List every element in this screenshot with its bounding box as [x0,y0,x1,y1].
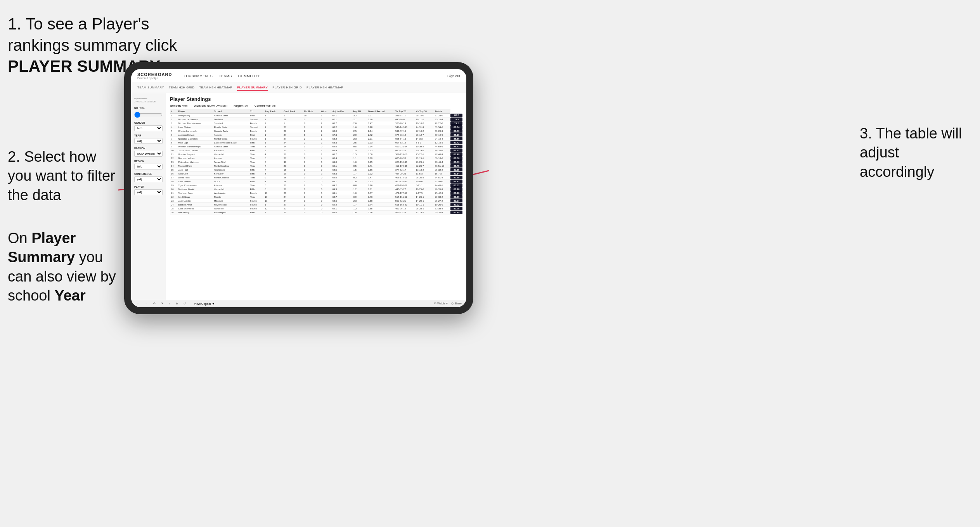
logo-scoreboard: SCOREBOARD [137,72,172,77]
table-row: 16Alex GoffKentuckyFifth8190368.3-1.71.9… [170,172,462,176]
table-cell-5-1: Jackson Koivun [177,133,213,137]
table-cell-8-2: Arizona State [213,145,249,149]
table-cell-25-5: 25 [282,211,303,214]
table-cell-3-3: Second [249,125,263,129]
watch-btn[interactable]: 👁 Watch ▼ [434,302,448,305]
table-cell-20-7: 0 [320,191,331,195]
table-cell-1-12: 19-11-1 [415,117,434,121]
table-cell-3-2: Florida State [213,125,249,129]
table-cell-17-9: -1.8 [351,180,367,183]
conference-select[interactable]: (All) [134,176,163,182]
division-select[interactable]: NCAA Division I [134,151,163,157]
table-cell-9-8: 68.4 [331,149,351,152]
share-btn[interactable]: ⬡ Share [451,302,462,305]
table-cell-13-7: 0 [320,164,331,168]
table-cell-21-4: 10 [264,195,283,199]
table-cell-20-3: Fourth [249,191,263,195]
table-cell-23-5: 27 [282,203,303,207]
table-cell-12-8: 69.0 [331,160,351,164]
filter-region: Region: All [234,104,248,107]
table-cell-17-7: 0 [320,180,331,183]
table-cell-20-8: 69.1 [331,191,351,195]
table-cell-3-6: 6 [303,125,320,129]
table-cell-22-12: 14-20-1 [415,199,434,203]
toolbar-add[interactable]: ⊕ [175,302,179,306]
table-cell-0-14: 88.2 [450,114,462,117]
table-cell-8-10: 1.14 [367,145,394,149]
table-cell-22-11: 509-82-21 [394,199,415,203]
table-cell-2-5: 1 [282,121,303,125]
table-cell-8-1: Preston Summerhays [177,145,213,149]
table-cell-1-5: 18 [282,117,303,121]
region-select[interactable]: N/A [134,164,163,169]
table-cell-16-0: 17 [170,176,177,180]
nav-committee[interactable]: COMMITTEE [238,74,261,78]
gender-select[interactable]: Men [134,125,163,131]
table-cell-13-13: 53-51-10 [434,164,450,168]
table-cell-1-3: Second [249,117,263,121]
nav-teams[interactable]: TEAMS [219,74,232,78]
toolbar-right: 👁 Watch ▼ ⬡ Share [434,302,462,305]
table-cell-24-2: Vanderbilt [213,207,249,211]
table-cell-15-14: 80.54 [450,172,462,176]
table-cell-22-2: Missouri [213,199,249,203]
toolbar-zoom-in[interactable]: + [168,302,171,306]
table-cell-4-10: 2.34 [367,129,394,133]
nav-right: Sign out [447,74,460,78]
table-cell-12-10: 1.15 [367,160,394,164]
table-cell-1-8: 67.1 [331,117,351,121]
player-select[interactable]: (All) [134,189,163,195]
year-select[interactable]: (All) [134,138,163,144]
table-cell-17-1: Luke Powell [177,180,213,183]
table-cell-21-3: Third [249,195,263,199]
sign-out[interactable]: Sign out [447,74,460,78]
toolbar-refresh[interactable]: ↺ [182,302,187,306]
sidebar-year: Year (All) [134,134,163,144]
table-cell-18-14: 83.81 [450,183,462,187]
table-cell-0-4: 1 [264,114,283,117]
toolbar-back[interactable]: ↶ [152,302,157,306]
table-cell-0-0: 1 [170,114,177,117]
sub-nav-player-h2h-grid[interactable]: PLAYER H2H GRID [272,85,302,91]
table-cell-13-11: 412-179-38 [394,164,415,168]
sub-nav-team-summary[interactable]: TEAM SUMMARY [137,85,164,91]
table-cell-9-10: 1.73 [367,149,394,152]
table-cell-7-9: -2.5 [351,141,367,145]
sub-nav-player-summary[interactable]: PLAYER SUMMARY [237,85,268,91]
table-cell-22-3: Fourth [249,199,263,203]
table-cell-1-4: 1 [264,117,283,121]
table-cell-2-4: 2 [264,121,283,125]
sub-nav-team-h2h-heatmap[interactable]: TEAM H2H HEATMAP [199,85,232,91]
toolbar-redo[interactable]: → [144,302,149,306]
toolbar-forward[interactable]: ↷ [160,302,164,306]
table-cell-9-14: 88.92 [450,149,462,152]
table-cell-19-11: 440-85-27 [394,187,415,191]
bottom-toolbar: ← → ↶ ↷ + ⊕ ↺ View: Original ▼ 👁 Watch ▼… [131,300,466,307]
toolbar-view[interactable]: View: Original ▼ [194,302,215,305]
table-cell-5-0: 6 [170,133,177,137]
sidebar-update: Update time: 27/03/2024 16:56:26 [134,97,163,104]
sub-nav-team-h2h-grid[interactable]: TEAM H2H GRID [169,85,195,91]
no-rds-slider[interactable] [134,112,163,118]
sidebar-gender: Gender Men [134,121,163,131]
table-cell-24-6: 0 [303,207,320,211]
sub-nav-player-h2h-heatmap[interactable]: PLAYER H2H HEATMAP [306,85,343,91]
table-cell-22-4: 11 [264,199,283,203]
table-cell-5-9: -2.0 [351,133,367,137]
nav-tournaments[interactable]: TOURNAMENTS [184,74,213,78]
table-cell-20-11: 473-177-57 [394,191,415,195]
table-cell-14-3: Fifth [249,168,263,172]
table-cell-18-2: Arizona [213,183,249,187]
table-cell-14-1: Jake Hall [177,168,213,172]
table-cell-25-6: 0 [303,211,320,214]
table-cell-5-4: 1 [264,133,283,137]
table-cell-17-4: 4 [264,180,283,183]
col-avg-sg: Avg SG [351,109,367,114]
table-cell-11-0: 12 [170,156,177,160]
toolbar-undo[interactable]: ← [136,302,141,306]
table-cell-12-0: 13 [170,160,177,164]
table-cell-19-14: 80.98 [450,187,462,191]
table-cell-16-7: 0 [320,176,331,180]
table-cell-24-3: Fourth [249,207,263,211]
col-vs-top25: Vs Top 25 [394,109,415,114]
